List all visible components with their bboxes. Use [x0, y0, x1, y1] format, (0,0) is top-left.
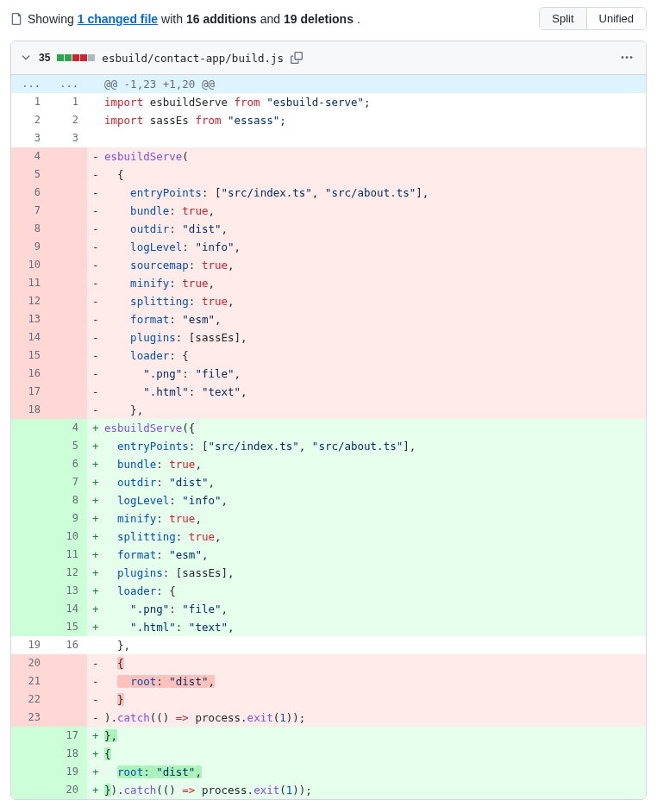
old-line-number[interactable] [11, 781, 49, 799]
old-line-number[interactable]: 13 [11, 310, 49, 328]
old-line-number[interactable] [11, 582, 49, 600]
old-line-number[interactable] [11, 727, 49, 745]
old-line-number[interactable]: 17 [11, 383, 49, 401]
new-line-number[interactable]: 8 [49, 491, 87, 509]
old-line-number[interactable]: 15 [11, 347, 49, 365]
old-line-number[interactable] [11, 491, 49, 509]
old-line-number[interactable]: 2 [11, 111, 49, 129]
new-line-number[interactable]: 9 [49, 509, 87, 528]
unified-view-button[interactable]: Unified [586, 8, 646, 29]
old-line-number[interactable]: 9 [11, 238, 49, 256]
new-line-number[interactable] [49, 328, 87, 347]
split-view-button[interactable]: Split [540, 8, 585, 29]
old-line-number[interactable]: 22 [11, 690, 49, 709]
new-line-number[interactable]: ... [49, 75, 87, 93]
old-line-number[interactable]: 4 [11, 147, 49, 166]
diff-row: 20+}).catch(() => process.exit(1)); [11, 781, 646, 799]
old-line-number[interactable]: 21 [11, 672, 49, 690]
new-line-number[interactable] [49, 654, 87, 672]
new-line-number[interactable] [49, 256, 87, 274]
old-line-number[interactable] [11, 509, 49, 528]
new-line-number[interactable] [49, 292, 87, 310]
old-line-number[interactable]: 14 [11, 328, 49, 347]
new-line-number[interactable]: 7 [49, 473, 87, 491]
file-actions-menu-icon[interactable] [616, 47, 637, 68]
new-line-number[interactable]: 3 [49, 129, 87, 147]
old-line-number[interactable] [11, 437, 49, 455]
diff-marker: - [92, 328, 99, 347]
new-line-number[interactable]: 1 [49, 93, 87, 111]
old-line-number[interactable] [11, 564, 49, 582]
old-line-number[interactable]: 5 [11, 166, 49, 184]
diff-marker: + [92, 763, 99, 781]
new-line-number[interactable] [49, 147, 87, 166]
new-line-number[interactable]: 18 [49, 745, 87, 763]
new-line-number[interactable] [49, 383, 87, 401]
changed-files-link[interactable]: 1 changed file [78, 12, 158, 26]
new-line-number[interactable] [49, 310, 87, 328]
new-line-number[interactable] [49, 672, 87, 690]
new-line-number[interactable]: 11 [49, 546, 87, 564]
code-cell: - ".html": "text", [87, 383, 646, 401]
new-line-number[interactable]: 10 [49, 528, 87, 546]
new-line-number[interactable]: 17 [49, 727, 87, 745]
new-line-number[interactable]: 4 [49, 419, 87, 437]
collapse-toggle-icon[interactable] [20, 52, 32, 64]
new-line-number[interactable]: 13 [49, 582, 87, 600]
old-line-number[interactable]: 10 [11, 256, 49, 274]
new-line-number[interactable] [49, 347, 87, 365]
old-line-number[interactable]: 7 [11, 202, 49, 220]
old-line-number[interactable]: 1 [11, 93, 49, 111]
old-line-number[interactable] [11, 763, 49, 781]
old-line-number[interactable]: 3 [11, 129, 49, 147]
new-line-number[interactable]: 16 [49, 636, 87, 654]
new-line-number[interactable]: 19 [49, 763, 87, 781]
old-line-number[interactable]: 6 [11, 184, 49, 202]
code-cell: - sourcemap: true, [87, 256, 646, 274]
new-line-number[interactable]: 12 [49, 564, 87, 582]
new-line-number[interactable]: 2 [49, 111, 87, 129]
new-line-number[interactable]: 20 [49, 781, 87, 799]
copy-path-icon[interactable] [291, 52, 303, 64]
old-line-number[interactable]: 12 [11, 292, 49, 310]
new-line-number[interactable] [49, 690, 87, 709]
old-line-number[interactable] [11, 600, 49, 618]
code-cell: }, [87, 636, 646, 654]
code-cell: - bundle: true, [87, 202, 646, 220]
new-line-number[interactable] [49, 365, 87, 383]
new-line-number[interactable]: 15 [49, 618, 87, 636]
old-line-number[interactable] [11, 618, 49, 636]
old-line-number[interactable]: 11 [11, 274, 49, 292]
new-line-number[interactable] [49, 166, 87, 184]
old-line-number[interactable]: 23 [11, 709, 49, 727]
diffstat-square [88, 54, 95, 61]
new-line-number[interactable] [49, 274, 87, 292]
old-line-number[interactable]: 18 [11, 401, 49, 419]
new-line-number[interactable]: 6 [49, 455, 87, 473]
old-line-number[interactable] [11, 455, 49, 473]
new-line-number[interactable]: 5 [49, 437, 87, 455]
file-path[interactable]: esbuild/contact-app/build.js [102, 52, 284, 65]
old-line-number[interactable]: 19 [11, 636, 49, 654]
old-line-number[interactable]: 8 [11, 220, 49, 238]
new-line-number[interactable] [49, 401, 87, 419]
old-line-number[interactable] [11, 546, 49, 564]
old-line-number[interactable]: ... [11, 75, 49, 93]
new-line-number[interactable] [49, 709, 87, 727]
diff-summary-bar: Showing 1 changed file with 16 additions… [10, 7, 647, 30]
new-line-number[interactable] [49, 238, 87, 256]
old-line-number[interactable]: 20 [11, 654, 49, 672]
diff-row: 5- { [11, 166, 646, 184]
code-cell: + outdir: "dist", [87, 473, 646, 491]
new-line-number[interactable] [49, 220, 87, 238]
old-line-number[interactable] [11, 528, 49, 546]
old-line-number[interactable]: 16 [11, 365, 49, 383]
new-line-number[interactable]: 14 [49, 600, 87, 618]
diff-marker: - [92, 672, 99, 690]
new-line-number[interactable] [49, 202, 87, 220]
old-line-number[interactable] [11, 745, 49, 763]
new-line-number[interactable] [49, 184, 87, 202]
old-line-number[interactable] [11, 473, 49, 491]
code-cell: -).catch(() => process.exit(1)); [87, 709, 646, 727]
old-line-number[interactable] [11, 419, 49, 437]
